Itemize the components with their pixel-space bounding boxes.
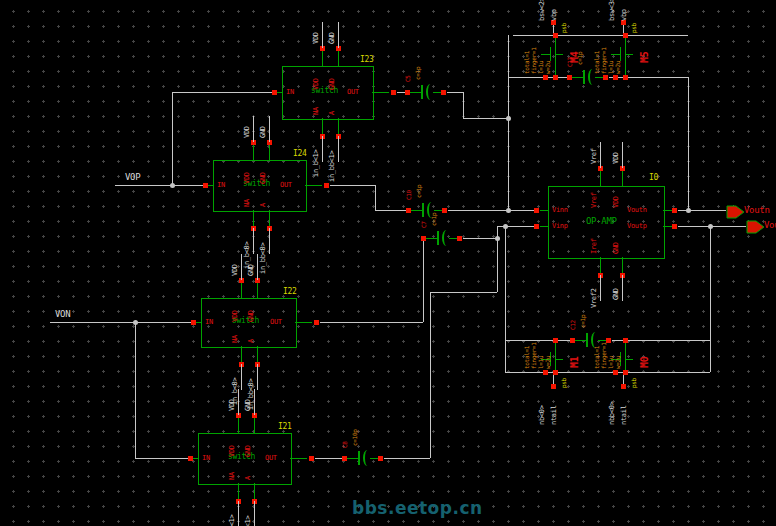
pin-square[interactable]	[442, 208, 447, 213]
instance-label[interactable]: I24	[293, 150, 307, 158]
pin-square[interactable]	[406, 208, 411, 213]
pin-square[interactable]	[553, 75, 558, 80]
net-label[interactable]: bsw<2>	[538, 0, 546, 21]
pin-square[interactable]	[603, 75, 608, 80]
instance-label[interactable]: C10	[405, 190, 413, 200]
wire[interactable]	[50, 322, 193, 323]
wire[interactable]	[254, 389, 255, 415]
wire[interactable]	[505, 340, 572, 341]
wire-stub[interactable]	[556, 359, 563, 360]
wire[interactable]	[430, 292, 431, 458]
wire[interactable]	[463, 118, 508, 119]
output-pin-voutn[interactable]	[726, 204, 746, 218]
wire[interactable]	[238, 389, 239, 415]
net-label[interactable]: ntail	[620, 405, 628, 425]
wire[interactable]	[254, 501, 255, 526]
pin-square[interactable]	[553, 33, 558, 38]
pin-square[interactable]	[421, 236, 426, 241]
pin-square[interactable]	[621, 384, 626, 389]
pin-square[interactable]	[551, 384, 556, 389]
pin-square[interactable]	[534, 208, 539, 213]
wire[interactable]	[269, 228, 270, 254]
net-label[interactable]: nbb<0>	[608, 402, 616, 426]
net-label[interactable]: in_bb<1>	[328, 150, 336, 181]
pin-square[interactable]	[613, 75, 618, 80]
pin-square[interactable]	[570, 338, 575, 343]
wire-stub[interactable]	[346, 458, 358, 459]
net-label[interactable]: GND	[247, 264, 255, 276]
wire-stub[interactable]	[611, 54, 620, 55]
instance-label[interactable]: I23	[360, 56, 374, 64]
instance-label[interactable]: M5	[641, 52, 649, 63]
wire[interactable]	[338, 22, 339, 48]
wire-stub[interactable]	[409, 92, 421, 93]
junction-dot[interactable]	[133, 320, 138, 325]
pin-square[interactable]	[405, 90, 410, 95]
net-label[interactable]: in_b<1>	[228, 515, 236, 526]
pin-square[interactable]	[672, 224, 677, 229]
wire-stub[interactable]	[410, 210, 422, 211]
wire-stub[interactable]	[290, 458, 307, 459]
net-label[interactable]: VDD	[228, 399, 236, 411]
wire[interactable]	[508, 77, 509, 210]
net-label[interactable]: VDD	[312, 32, 320, 44]
wire-stub[interactable]	[540, 226, 548, 227]
pin-square[interactable]	[623, 75, 628, 80]
wire[interactable]	[423, 238, 424, 322]
instance-label[interactable]: I0	[649, 174, 658, 182]
pin-square[interactable]	[567, 75, 572, 80]
wire[interactable]	[330, 185, 375, 186]
input-net-label-von[interactable]: VON	[55, 310, 70, 318]
pin-square[interactable]	[543, 370, 548, 375]
wire[interactable]	[505, 372, 710, 373]
wire[interactable]	[322, 22, 323, 48]
capacitor-plate[interactable]	[583, 70, 585, 84]
wire[interactable]	[320, 322, 423, 323]
wire[interactable]	[269, 116, 270, 142]
wire-stub[interactable]	[571, 77, 583, 78]
pin-square[interactable]	[623, 33, 628, 38]
pin-square[interactable]	[342, 456, 347, 461]
pin-square[interactable]	[188, 456, 193, 461]
capacitor-plate[interactable]	[426, 84, 435, 100]
pin-square[interactable]	[309, 456, 314, 461]
wire-stub[interactable]	[556, 54, 563, 55]
wire[interactable]	[257, 254, 258, 280]
wire-stub[interactable]	[555, 35, 556, 77]
junction-dot[interactable]	[506, 208, 511, 213]
pin-square[interactable]	[391, 90, 396, 95]
pin-square[interactable]	[553, 338, 558, 343]
capacitor-plate[interactable]	[422, 203, 424, 217]
wire-stub[interactable]	[626, 54, 633, 55]
net-label[interactable]: GND	[612, 288, 620, 300]
wire[interactable]	[172, 92, 274, 93]
pin-square[interactable]	[203, 183, 208, 188]
pin-square[interactable]	[378, 456, 383, 461]
wire[interactable]	[513, 35, 688, 36]
wire[interactable]	[375, 185, 376, 210]
net-label[interactable]: in_bb<1>	[244, 515, 252, 526]
junction-dot[interactable]	[495, 236, 500, 241]
wire-stub[interactable]	[541, 54, 550, 55]
wire-stub[interactable]	[555, 340, 556, 372]
pin-square[interactable]	[623, 370, 628, 375]
wire[interactable]	[322, 136, 323, 162]
net-label[interactable]: Vref2	[590, 288, 598, 308]
wire[interactable]	[600, 275, 601, 301]
wire-stub[interactable]	[305, 185, 322, 186]
wire[interactable]	[135, 322, 136, 458]
output-net-label-voutp[interactable]: Voutp	[764, 221, 776, 229]
wire-stub[interactable]	[625, 340, 626, 372]
wire-stub[interactable]	[550, 47, 551, 61]
wire-stub[interactable]	[372, 92, 389, 93]
wire[interactable]	[505, 340, 506, 372]
wire-stub[interactable]	[626, 359, 633, 360]
net-label[interactable]: VDD	[243, 126, 251, 138]
capacitor-plate[interactable]	[442, 230, 451, 246]
capacitor-plate[interactable]	[421, 85, 423, 99]
junction-dot[interactable]	[708, 224, 713, 229]
instance-label[interactable]: C12	[569, 320, 577, 330]
wire[interactable]	[135, 458, 190, 459]
wire-stub[interactable]	[625, 35, 626, 77]
instance-label[interactable]: M4	[571, 52, 579, 63]
